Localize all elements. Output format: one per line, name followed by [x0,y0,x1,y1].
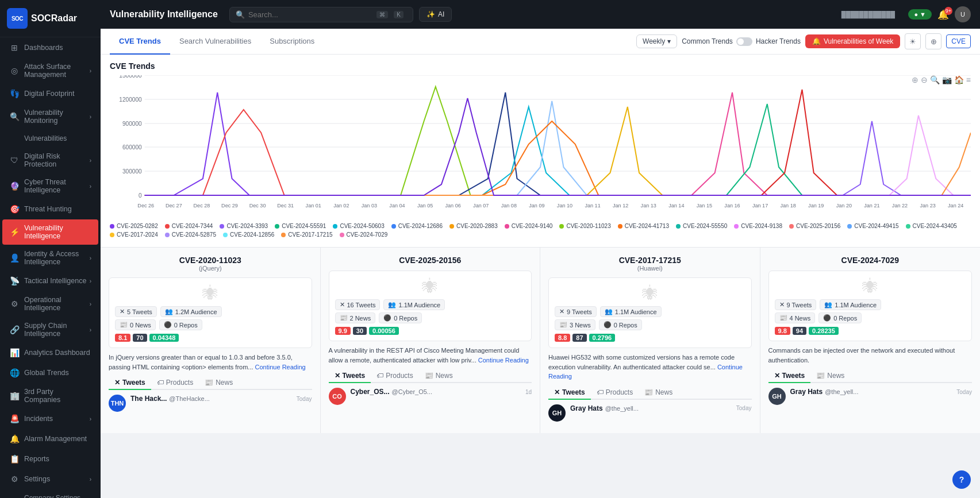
sidebar-item-settings[interactable]: ⚙Settings› [2,469,98,489]
cve-button[interactable]: CVE [946,34,971,48]
svg-text:Dec 28: Dec 28 [193,203,210,209]
card-tab-tweets-cve-2025-20156[interactable]: ✕ Tweets [329,369,371,383]
sidebar-item-alarm-mgmt[interactable]: 🔔Alarm Management [2,429,98,449]
card-tab-products-cve-2017-17215[interactable]: 🏷 Products [591,386,639,400]
kbd-cmd: ⌘ [376,11,388,18]
legend-dot-cve18 [223,233,228,237]
news-icon: 📰 [120,321,128,329]
ai-button[interactable]: ✨ AI [419,7,452,22]
tab-cve-trends[interactable]: CVE Trends [110,29,170,55]
x-icon: ✕ [340,301,345,308]
tab-search-vuln[interactable]: Search Vulnerabilities [170,29,260,55]
sidebar-item-vuln-monitoring[interactable]: 🔍Vulnerability Monitoring› [2,104,98,129]
svg-text:0: 0 [139,192,142,199]
chevron-icon-tactical-intel: › [90,278,91,284]
zoom-icon[interactable]: 🔍 [930,75,940,84]
camera-icon[interactable]: 📷 [942,75,952,84]
card-tab-tweets-cve-2020-11023[interactable]: ✕ Tweets [109,376,151,390]
sidebar-item-reports[interactable]: 📋Reports [2,449,98,469]
svg-text:600000: 600000 [122,144,142,150]
legend-dot-cve14 [847,224,852,229]
card-tab-news-cve-2020-11023[interactable]: 📰 News [199,376,239,390]
card-tab-products-cve-2020-11023[interactable]: 🏷 Products [151,376,199,390]
sidebar-item-vuln-intel[interactable]: ⚡Vulnerability Intelligence [2,219,98,245]
stats-row-bottom-cve-2024-7029: 📰 4 News ⚫ 0 Repos [775,312,966,323]
menu-icon[interactable]: ≡ [966,75,971,84]
search-box[interactable]: 🔍 ⌘ K [229,7,413,22]
sidebar-item-label-3rd-party: 3rd Party Companies [24,388,91,404]
github-icon: ⚫ [164,321,172,329]
sidebar-item-global-trends[interactable]: 🌐Global Trends [2,363,98,383]
legend-item-cve8: CVE-2024-9140 [505,223,553,229]
home-icon[interactable]: 🏠 [954,75,964,84]
card-tab-products-cve-2025-20156[interactable]: 🏷 Products [371,369,418,383]
sidebar-item-digital-footprint[interactable]: 👣Digital Footprint [2,84,98,103]
legend-label-cve19: CVE-2017-17215 [288,231,332,238]
card-tab-news-cve-2017-17215[interactable]: 📰 News [639,386,678,400]
sidebar-item-incidents[interactable]: 🚨Incidents› [2,409,98,428]
tweet-name-cve-2024-7029: Gray Hats [790,388,823,396]
sidebar-item-vulnerabilities[interactable]: Vulnerabilities [2,130,98,147]
news-badge-cve-2020-11023: 📰 0 News [115,319,156,330]
legend-label-cve16: CVE-2017-2024 [117,231,158,238]
zoom-out-icon[interactable]: ⊖ [921,75,928,84]
user-avatar-circle[interactable]: U [955,6,971,22]
news-badge-cve-2024-7029: 📰 4 News [775,312,816,323]
status-button[interactable]: ● ▼ [908,9,932,20]
sidebar-item-attack-surface[interactable]: ◎Attack Surface Management› [2,58,98,83]
card-tab-tweets-cve-2024-7029[interactable]: ✕ Tweets [768,369,811,383]
sidebar-logo: SOC SOCRadar [0,0,101,37]
bell-icon: 🔔 [812,37,821,45]
sidebar-item-analytics[interactable]: 📊Analytics Dashboard [2,343,98,362]
sidebar-item-dashboards[interactable]: ⊞Dashboards [2,38,98,57]
svg-text:Dec 27: Dec 27 [166,203,182,209]
sidebar-item-cyber-threat[interactable]: 🔮Cyber Threat Intelligence› [2,173,98,199]
plus-circle-icon-btn[interactable]: ⊕ [925,33,941,49]
x-icon: ✕ [120,308,125,315]
help-button[interactable]: ? [952,470,971,489]
weekly-select[interactable]: Weekly ▾ [636,34,677,48]
continue-link-cve-2017-17215[interactable]: Continue Reading [548,364,743,380]
user-avatar[interactable]: ████████████ [833,6,902,22]
sidebar-item-3rd-party[interactable]: 🏢3rd Party Companies [2,383,98,408]
sidebar-item-label-vuln-monitoring: Vulnerability Monitoring [24,109,90,125]
tab-subscriptions[interactable]: Subscriptions [260,29,324,55]
topbar-right: ████████████ ● ▼ 🔔 9+ U [833,6,971,22]
sidebar-item-tactical-intel[interactable]: 📡Tactical Intelligence› [2,271,98,291]
sun-icon-btn[interactable]: ☀ [905,33,921,49]
card-tab-news-cve-2025-20156[interactable]: 📰 News [419,369,459,383]
score2-cve-2017-17215: 87 [572,334,586,342]
chevron-down-icon: ▾ [667,37,671,45]
card-tab-news-cve-2024-7029[interactable]: 📰 News [810,369,850,383]
score2-cve-2020-11023: 70 [133,334,147,342]
sidebar-item-label-digital-footprint: Digital Footprint [24,90,75,98]
products-icon-cve-2020-11023: 🏷 [157,379,164,387]
sidebar-item-company-settings[interactable]: Company Settings [2,489,98,498]
sidebar-item-identity-access[interactable]: 👤Identity & Access Intelligence› [2,245,98,271]
sidebar-item-label-settings: Settings [24,475,50,483]
search-input[interactable] [248,10,372,19]
trends-toggle-switch[interactable] [736,37,752,46]
legend-item-cve1: CVE-2025-0282 [110,223,158,229]
tweet-name-cve-2020-11023: The Hack... [130,395,167,403]
continue-link-cve-2020-11023[interactable]: Continue Reading [255,364,306,370]
card-tab-tweets-cve-2017-17215[interactable]: ✕ Tweets [548,386,591,400]
chevron-icon-settings: › [90,476,91,482]
card-tabs-cve-2025-20156: ✕ Tweets 🏷 Products 📰 News [329,369,532,383]
svg-text:Jan 18: Jan 18 [781,203,796,209]
news-icon: 📰 [559,321,567,329]
svg-text:Jan 21: Jan 21 [864,203,879,209]
stats-row-top-cve-2017-17215: ✕ 9 Tweets 👥 1.1M Audience [555,306,745,317]
sidebar-item-operational-intel[interactable]: ⚙Operational Intelligence› [2,291,98,316]
vuln-week-button[interactable]: 🔔 Vulnerabilities of Week [805,34,900,48]
notification-button[interactable]: 🔔 9+ [937,9,949,20]
sidebar-item-digital-risk[interactable]: 🛡Digital Risk Protection› [2,148,98,173]
legend-dot-cve13 [789,224,794,229]
github-icon: ⚫ [604,321,612,329]
sidebar-item-supply-chain[interactable]: 🔗Supply Chain Intelligence› [2,317,98,342]
chart-icon-toolbar: ⊕ ⊖ 🔍 📷 🏠 ≡ [912,75,971,84]
sidebar-item-threat-hunting[interactable]: 🎯Threat Hunting [2,199,98,219]
weekly-label: Weekly [643,37,665,45]
zoom-in-icon[interactable]: ⊕ [912,75,918,84]
continue-link-cve-2025-20156[interactable]: Continue Reading [478,357,529,364]
